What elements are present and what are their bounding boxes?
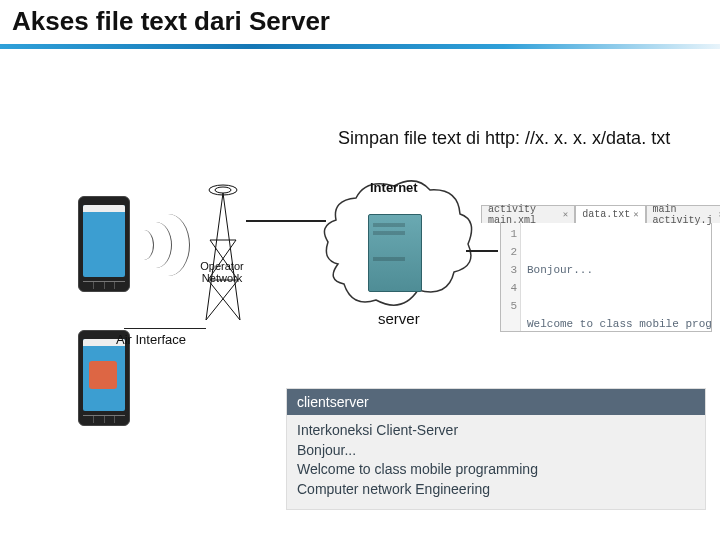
server-editor-link [466, 250, 498, 252]
line-number: 2 [501, 243, 517, 261]
svg-point-0 [215, 187, 231, 193]
text-editor: activity main.xml✕ data.txt✕ main activi… [500, 222, 712, 332]
clientserver-body: Interkoneksi Client-Server Bonjour... We… [287, 415, 705, 505]
server-label: server [378, 310, 420, 327]
phone-device-a [78, 196, 130, 292]
output-line: Computer network Engineering [297, 480, 695, 500]
air-interface-link [124, 328, 206, 329]
cell-tower-icon [200, 180, 246, 320]
close-icon[interactable]: ✕ [563, 209, 568, 220]
svg-line-2 [206, 193, 223, 320]
output-line: Bonjour... [297, 441, 695, 461]
clientserver-title: clientserver [287, 389, 705, 415]
editor-tab-strip: activity main.xml✕ data.txt✕ main activi… [481, 205, 720, 223]
code-line: Bonjour... [527, 261, 709, 279]
page-title: Akses file text dari Server [12, 6, 330, 37]
svg-line-3 [223, 193, 240, 320]
line-number: 1 [501, 225, 517, 243]
air-interface-label: Air Interface [116, 332, 186, 347]
clientserver-panel: clientserver Interkoneksi Client-Server … [286, 388, 706, 510]
cloud-label: Internet [370, 180, 418, 195]
editor-gutter: 1 2 3 4 5 [501, 223, 521, 331]
editor-tab[interactable]: activity main.xml✕ [481, 205, 575, 223]
close-icon[interactable]: ✕ [633, 209, 638, 220]
line-number: 5 [501, 297, 517, 315]
line-number: 3 [501, 261, 517, 279]
operator-network-label: Operator Network [192, 260, 252, 284]
subtitle: Simpan file text di http: //x. x. x. x/d… [338, 128, 670, 149]
network-diagram: Operator Network Air Interface Internet … [0, 180, 720, 390]
editor-tab[interactable]: data.txt✕ [575, 205, 645, 223]
editor-tab[interactable]: main activity.j✕ [646, 205, 720, 223]
line-number: 4 [501, 279, 517, 297]
server-icon [368, 214, 422, 292]
tower-cloud-link [246, 220, 326, 222]
radio-waves-icon [134, 200, 184, 290]
editor-tab-label: data.txt [582, 209, 630, 220]
title-divider [0, 44, 720, 49]
output-line: Welcome to class mobile programming [297, 460, 695, 480]
output-line: Interkoneksi Client-Server [297, 421, 695, 441]
editor-code: Bonjour... Welcome to class mobile progr… [523, 223, 711, 331]
code-line: Welcome to class mobile programming [527, 315, 709, 331]
